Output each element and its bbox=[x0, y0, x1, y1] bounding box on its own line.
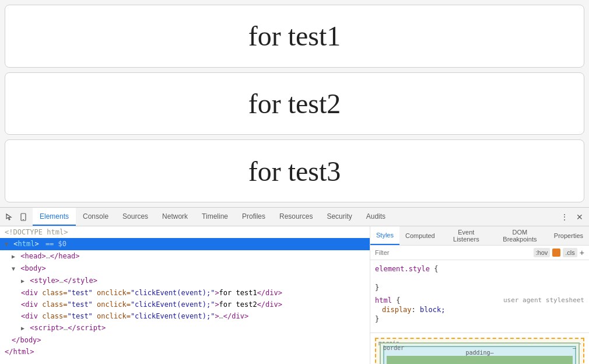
div2-row[interactable]: <div class="test" onclick="clickEvent(ev… bbox=[0, 299, 370, 310]
div1-row[interactable]: <div class="test" onclick="clickEvent(ev… bbox=[0, 287, 370, 299]
filter-dot-icon bbox=[552, 249, 560, 257]
test-box-3-text: for test3 bbox=[248, 155, 341, 187]
style-row[interactable]: ▶ <style>…</style> bbox=[0, 275, 370, 287]
tab-network[interactable]: Network bbox=[155, 208, 195, 226]
html-tag-open: < bbox=[13, 240, 17, 248]
tab-security[interactable]: Security bbox=[320, 208, 359, 226]
body-close-row[interactable]: </body> bbox=[0, 334, 370, 346]
test-box-2: for test2 bbox=[5, 72, 584, 135]
styles-tab-styles[interactable]: Styles bbox=[370, 226, 399, 245]
elements-panel[interactable]: <!DOCTYPE html> ▼ <html> == $0 ▶ <head>…… bbox=[0, 226, 370, 364]
style-tag: <style> bbox=[30, 276, 59, 285]
border-label: border bbox=[383, 345, 404, 351]
tab-resources[interactable]: Resources bbox=[272, 208, 320, 226]
css-rule-element-style: element.style { } bbox=[375, 265, 584, 292]
styles-tabs: Styles Computed Event Listeners DOM Brea… bbox=[370, 226, 589, 246]
css-rule-html: html { user agent stylesheet display: bl… bbox=[375, 296, 584, 323]
box-model-border: border – padding– bbox=[380, 342, 580, 364]
styles-tab-dom-breakpoints[interactable]: DOM Breakpoints bbox=[492, 226, 548, 245]
html-expand-arrow[interactable]: ▼ bbox=[5, 241, 8, 247]
styles-filter-bar: :hov .cls + bbox=[370, 246, 589, 260]
svg-marker-0 bbox=[6, 214, 11, 220]
doctype-text: <!DOCTYPE html> bbox=[5, 228, 68, 236]
devtools-toolbar: Elements Console Sources Network Timelin… bbox=[0, 208, 589, 226]
tab-timeline[interactable]: Timeline bbox=[195, 208, 235, 226]
div3-tag-open: <div bbox=[21, 312, 42, 320]
test-box-1-text: for test1 bbox=[248, 20, 341, 52]
body-open-tag: <body> bbox=[20, 264, 45, 272]
more-options-button[interactable]: ⋮ bbox=[558, 210, 572, 224]
tab-audits[interactable]: Audits bbox=[359, 208, 392, 226]
css-source-label: user agent stylesheet bbox=[503, 296, 584, 304]
styles-tab-event-listeners[interactable]: Event Listeners bbox=[441, 226, 492, 245]
body-open-row[interactable]: ▼ <body> bbox=[0, 262, 370, 275]
script-tag: <script> bbox=[30, 324, 64, 332]
close-devtools-button[interactable]: ✕ bbox=[573, 210, 587, 224]
box-model-padding: padding– bbox=[383, 346, 576, 364]
styles-content: element.style { } html { user agent styl… bbox=[370, 260, 589, 332]
tab-profiles[interactable]: Profiles bbox=[235, 208, 272, 226]
css-close-brace-element: } bbox=[375, 284, 584, 292]
style-expand-arrow[interactable]: ▶ bbox=[21, 278, 24, 284]
box-model-center bbox=[387, 356, 573, 364]
tab-elements[interactable]: Elements bbox=[33, 208, 76, 226]
styles-tab-computed[interactable]: Computed bbox=[399, 226, 441, 245]
div2-tag-open: <div bbox=[21, 300, 42, 309]
div3-row[interactable]: <div class="test" onclick="clickEvent(ev… bbox=[0, 310, 370, 322]
browser-page: for test1 for test2 for test3 bbox=[0, 0, 589, 207]
styles-tab-properties[interactable]: Properties bbox=[548, 226, 589, 245]
css-close-brace-html: } bbox=[375, 315, 584, 323]
test-box-3: for test3 bbox=[5, 139, 584, 202]
html-close-tag: </html> bbox=[5, 348, 34, 356]
padding-label: padding– bbox=[465, 349, 493, 356]
filter-add-button[interactable]: + bbox=[580, 248, 584, 257]
html-tag-name: html bbox=[18, 240, 35, 248]
tab-sources[interactable]: Sources bbox=[115, 208, 155, 226]
head-row[interactable]: ▶ <head>…</head> bbox=[0, 250, 370, 262]
head-tag: <head> bbox=[20, 252, 45, 260]
head-expand-arrow[interactable]: ▶ bbox=[12, 253, 15, 260]
inspect-element-button[interactable] bbox=[2, 210, 16, 224]
styles-filter-input[interactable] bbox=[375, 249, 531, 256]
html-close-row[interactable]: </html> bbox=[0, 346, 370, 358]
filter-cls-button[interactable]: .cls bbox=[563, 248, 577, 257]
test-box-2-text: for test2 bbox=[248, 88, 341, 120]
doctype-row[interactable]: <!DOCTYPE html> bbox=[0, 226, 370, 238]
devtools-tabs: Elements Console Sources Network Timelin… bbox=[33, 208, 558, 226]
css-empty-line bbox=[375, 273, 584, 284]
div1-tag-open: <div bbox=[21, 289, 42, 297]
border-value: – bbox=[573, 345, 576, 351]
body-expand-arrow[interactable]: ▼ bbox=[12, 265, 15, 272]
box-model: margin – border – padding– bbox=[370, 332, 589, 364]
device-mode-button[interactable] bbox=[16, 210, 30, 224]
devtools-panel: Elements Console Sources Network Timelin… bbox=[0, 207, 589, 364]
html-row[interactable]: ▼ <html> == $0 bbox=[0, 238, 370, 250]
html-tag-close: > bbox=[34, 240, 38, 248]
body-close-tag: </body> bbox=[12, 336, 41, 344]
test-box-1: for test1 bbox=[5, 5, 584, 68]
html-equals: == $0 bbox=[45, 240, 66, 248]
script-row[interactable]: ▶ <script>…</script> bbox=[0, 322, 370, 334]
devtools-toolbar-right: ⋮ ✕ bbox=[558, 210, 587, 224]
box-model-margin: margin – border – padding– bbox=[375, 338, 584, 364]
styles-panel: Styles Computed Event Listeners DOM Brea… bbox=[370, 226, 589, 364]
tab-console[interactable]: Console bbox=[76, 208, 115, 226]
css-selector-element-style: element.style { bbox=[375, 265, 584, 273]
css-selector-html: html { user agent stylesheet bbox=[375, 296, 584, 304]
css-prop-display[interactable]: display: block; bbox=[375, 304, 584, 315]
filter-hov-button[interactable]: :hov bbox=[534, 248, 551, 257]
script-expand-arrow[interactable]: ▶ bbox=[21, 325, 24, 331]
devtools-main: <!DOCTYPE html> ▼ <html> == $0 ▶ <head>…… bbox=[0, 226, 589, 364]
